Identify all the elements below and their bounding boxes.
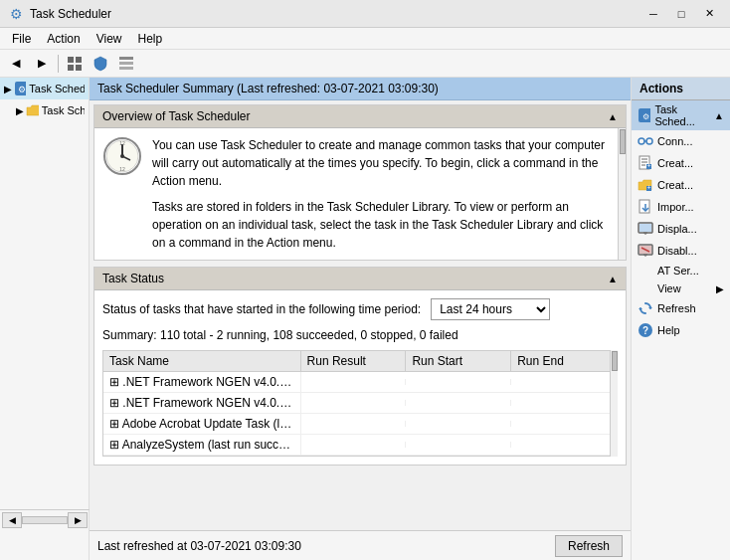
minimize-button[interactable]: ─ xyxy=(640,4,666,24)
close-button[interactable]: ✕ xyxy=(696,4,722,24)
overview-text-1: You can use Task Scheduler to create and… xyxy=(152,136,618,190)
task-name-3: ⊞ Adobe Acrobat Update Task (las... xyxy=(103,414,301,434)
col-header-result: Run Result xyxy=(301,351,407,371)
actions-panel: Actions ⚙ Task Sched... ▲ Conn... + Crea… xyxy=(631,78,730,560)
task-status-panel-body: Status of tasks that have started in the… xyxy=(94,290,626,465)
action-item-display[interactable]: Displa... xyxy=(632,218,730,240)
menu-help[interactable]: Help xyxy=(130,30,171,48)
table-row[interactable]: ⊞ Adobe Acrobat Update Task (las... xyxy=(103,414,617,435)
folder-icon xyxy=(26,102,39,118)
task-name-1: ⊞ .NET Framework NGEN v4.0.303... xyxy=(103,372,301,392)
col-header-end: Run End xyxy=(511,351,617,371)
title-bar-controls: ─ □ ✕ xyxy=(640,4,722,24)
action-item-at-service[interactable]: AT Ser... xyxy=(632,262,730,280)
help-icon: ? xyxy=(638,322,653,338)
table-scrollbar-thumb xyxy=(612,351,618,371)
actions-panel-header: Actions xyxy=(632,78,730,100)
action-item-connect[interactable]: Conn... xyxy=(632,130,730,152)
toolbar-btn2[interactable] xyxy=(89,53,112,75)
table-row[interactable]: ⊞ .NET Framework NGEN v4.0.303... xyxy=(103,393,617,414)
overview-panel: Overview of Task Scheduler ▲ xyxy=(93,104,627,261)
task-name-4: ⊞ AnalyzeSystem (last run succee... xyxy=(103,435,301,455)
svg-text:+: + xyxy=(646,184,650,191)
task-end-3 xyxy=(511,421,617,427)
action-item-create1[interactable]: + Creat... xyxy=(632,152,730,174)
svg-rect-0 xyxy=(68,57,74,63)
task-table-container: Task Name Run Result Run Start Run End ⊞… xyxy=(102,350,618,457)
expand-icon-2: ▶ xyxy=(16,105,24,116)
clock-icon: 12 12 xyxy=(102,136,142,176)
action-item-refresh[interactable]: Refresh xyxy=(632,297,730,319)
action-label-disable: Disabl... xyxy=(657,245,697,257)
content-area: Task Scheduler Summary (Last refreshed: … xyxy=(90,78,631,560)
toolbar-btn3[interactable] xyxy=(114,53,138,75)
action-label-create2: Creat... xyxy=(657,179,693,191)
menu-bar: File Action View Help xyxy=(0,28,730,50)
action-label-create1: Creat... xyxy=(657,157,693,169)
task-sched-action-icon: ⚙ xyxy=(638,107,650,123)
maximize-button[interactable]: □ xyxy=(668,4,694,24)
menu-view[interactable]: View xyxy=(89,30,130,48)
col-header-name: Task Name xyxy=(103,351,301,371)
action-item-import[interactable]: Impor... xyxy=(632,196,730,218)
sidebar-item-task-sch[interactable]: ▶ Task Sch... xyxy=(0,99,89,121)
task-status-collapse-btn[interactable]: ▲ xyxy=(608,274,618,284)
task-table: Task Name Run Result Run Start Run End ⊞… xyxy=(102,350,618,457)
svg-rect-36 xyxy=(639,224,651,232)
task-start-2 xyxy=(406,400,511,406)
svg-rect-1 xyxy=(76,57,82,63)
action-label-task-sched: Task Sched... xyxy=(654,103,710,127)
action-arrow-task-sched: ▲ xyxy=(714,110,724,121)
svg-text:?: ? xyxy=(642,325,648,336)
overview-panel-body: 12 12 You can use Task Scheduler to crea… xyxy=(94,128,626,260)
refresh-button[interactable]: Refresh xyxy=(555,535,623,557)
action-item-disable[interactable]: Disabl... xyxy=(632,240,730,262)
toolbar-btn1[interactable] xyxy=(63,53,87,75)
toolbar-forward[interactable]: ▶ xyxy=(30,53,54,75)
action-item-task-sched[interactable]: ⚙ Task Sched... ▲ xyxy=(632,100,730,130)
task-start-4 xyxy=(406,442,511,448)
task-result-2 xyxy=(301,400,407,406)
sidebar-scroll-left[interactable]: ◀ xyxy=(2,512,22,528)
task-end-2 xyxy=(511,400,617,406)
toolbar: ◀ ▶ xyxy=(0,50,730,78)
action-item-view[interactable]: View ▶ xyxy=(632,280,730,297)
toolbar-back[interactable]: ◀ xyxy=(4,53,28,75)
action-label-connect: Conn... xyxy=(657,135,692,147)
sidebar-scroll-right[interactable]: ▶ xyxy=(68,512,88,528)
svg-rect-5 xyxy=(119,62,133,65)
svg-point-19 xyxy=(639,138,644,144)
action-item-create2[interactable]: + Creat... xyxy=(632,174,730,196)
task-end-4 xyxy=(511,442,617,448)
action-item-help[interactable]: ? Help xyxy=(632,319,730,341)
menu-file[interactable]: File xyxy=(4,30,39,48)
overview-panel-header: Overview of Task Scheduler ▲ xyxy=(94,105,626,128)
svg-point-20 xyxy=(646,138,652,144)
table-row[interactable]: ⊞ .NET Framework NGEN v4.0.303... xyxy=(103,372,617,393)
task-status-panel-title: Task Status xyxy=(102,272,164,285)
sidebar: ▶ ⚙ Task Schedu... ▶ Task Sch... ◀ ▶ xyxy=(0,78,90,560)
svg-text:12: 12 xyxy=(119,140,125,146)
overview-collapse-btn[interactable]: ▲ xyxy=(608,111,618,122)
overview-panel-title: Overview of Task Scheduler xyxy=(102,109,251,123)
task-scheduler-icon: ⚙ xyxy=(14,81,26,96)
title-bar-text: Task Scheduler xyxy=(30,7,640,21)
panels-container: Overview of Task Scheduler ▲ xyxy=(90,100,631,530)
table-scrollbar-track[interactable] xyxy=(610,350,618,457)
period-dropdown[interactable]: Last 24 hours Last hour Last week Last m… xyxy=(431,298,550,320)
title-bar: ⚙ Task Scheduler ─ □ ✕ xyxy=(0,0,730,28)
create-folder-icon: + xyxy=(638,177,653,193)
sidebar-item-task-scheduler[interactable]: ▶ ⚙ Task Schedu... xyxy=(0,78,89,99)
app-icon: ⚙ xyxy=(8,6,24,22)
overview-text-container: You can use Task Scheduler to create and… xyxy=(152,136,618,252)
overview-scrollbar-track[interactable] xyxy=(618,128,626,260)
import-icon xyxy=(638,199,653,215)
menu-action[interactable]: Action xyxy=(39,30,88,48)
content-header: Task Scheduler Summary (Last refreshed: … xyxy=(90,78,631,100)
table-row[interactable]: ⊞ AnalyzeSystem (last run succee... xyxy=(103,435,617,456)
svg-marker-43 xyxy=(639,308,642,310)
sidebar-scrollbar[interactable] xyxy=(22,516,68,524)
svg-text:⚙: ⚙ xyxy=(642,112,649,121)
svg-rect-6 xyxy=(119,67,133,70)
sidebar-scroll: ◀ ▶ xyxy=(0,509,90,530)
